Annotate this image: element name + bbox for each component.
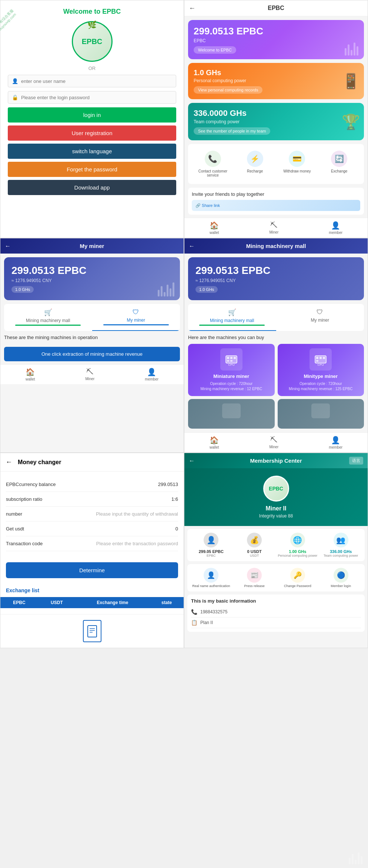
tab-mining-mall[interactable]: 🛒 Mining machinery mall bbox=[4, 304, 92, 331]
membership-screen: ← Membership Center 语言 EPBC Miner II Int… bbox=[184, 453, 368, 648]
wallet2-icon: 🏠 bbox=[26, 368, 35, 376]
subscription-row: subscription ratio 1:6 bbox=[6, 492, 178, 507]
plan-row: 📋 Plan II bbox=[191, 617, 361, 628]
stat-usdt-avatar: 💰 bbox=[247, 533, 262, 547]
miner-back-icon[interactable]: ← bbox=[5, 243, 11, 249]
tab-myminer-mall[interactable]: 🛡 My miner bbox=[276, 304, 364, 331]
team-power: 336.0000 GHs bbox=[194, 108, 358, 118]
change-pw-icon: 🔑 bbox=[290, 568, 305, 583]
miner-nav-member-label: member bbox=[145, 377, 158, 381]
action-contact-label: Contact customer service bbox=[193, 169, 232, 177]
machine-card-1[interactable]: CPU Miniature miner Operation cycle : 72… bbox=[188, 344, 275, 396]
recharge-icon: ⚡ bbox=[247, 151, 263, 167]
action-member-login[interactable]: 🔵 Member login bbox=[321, 568, 361, 588]
action-exchange[interactable]: 🔄 Exchange bbox=[318, 148, 360, 180]
transaction-input[interactable]: Please enter the transaction password bbox=[96, 541, 178, 546]
contact-icon: 📞 bbox=[205, 151, 221, 167]
miner-nav-icon: ⛏ bbox=[270, 221, 278, 229]
username-input[interactable] bbox=[21, 78, 172, 84]
password-input[interactable] bbox=[21, 95, 172, 100]
realname-icon: 👤 bbox=[204, 568, 218, 583]
miner-balance-cny: ≈ 1276.949051 CNY bbox=[11, 278, 173, 283]
action-press[interactable]: 📰 Press release bbox=[234, 568, 275, 588]
machine-grid: CPU Miniature miner Operation cycle : 72… bbox=[184, 344, 368, 429]
action-recharge[interactable]: ⚡ Recharge bbox=[234, 148, 276, 180]
stat-personal-value: 1.00 GHs bbox=[278, 549, 318, 554]
document-icon bbox=[83, 620, 101, 642]
action-change-pw[interactable]: 🔑 Change Password bbox=[278, 568, 318, 588]
table-row bbox=[0, 608, 184, 614]
get-usdt-value: 0 bbox=[175, 526, 178, 532]
balance-label: EPBC bbox=[194, 38, 358, 43]
miner-section-title: These are the mining machines in operati… bbox=[0, 331, 184, 344]
tab-mall-active[interactable]: 🛒 Mining machinery mall bbox=[188, 304, 276, 331]
extract-button[interactable]: One click extraction of mining machine r… bbox=[4, 347, 180, 361]
tab-miner-label: My miner bbox=[127, 318, 145, 323]
member-action-grid: 👤 Real name authentication 📰 Press relea… bbox=[187, 564, 365, 591]
miner-nav-wallet[interactable]: 🏠 wallet bbox=[26, 368, 35, 381]
leaf-icon: 🌿 bbox=[87, 20, 97, 29]
member-profile: EPBC Miner II Integrity value 88 bbox=[184, 468, 368, 526]
forgot-password-button[interactable]: Forget the password bbox=[8, 162, 176, 177]
machine-card-3[interactable] bbox=[188, 399, 275, 429]
mall-nav-miner[interactable]: ⛏ Miner bbox=[269, 436, 278, 449]
epbc-balance-label: EPBCcurrency balance bbox=[6, 482, 56, 487]
miner-header: ← My miner bbox=[0, 238, 184, 254]
my-miner-screen: ← My miner 299.0513 EPBC ≈ 1276.949051 C… bbox=[0, 238, 184, 453]
language-button[interactable]: 语言 bbox=[349, 457, 363, 465]
col-epbc: EPBC bbox=[0, 597, 38, 608]
download-app-button[interactable]: Download app bbox=[8, 180, 176, 195]
money-back-icon[interactable]: ← bbox=[6, 458, 12, 466]
avatar-text: EPBC bbox=[269, 486, 283, 492]
miner-balance-card: 299.0513 EPBC ≈ 1276.949051 CNY 1.0 GHs bbox=[4, 257, 180, 300]
nav-member[interactable]: 👤 member bbox=[329, 221, 342, 235]
stat-usdt-label: USDT bbox=[234, 554, 275, 557]
tab-my-miner[interactable]: 🛡 My miner bbox=[92, 304, 180, 331]
action-member-login-label: Member login bbox=[331, 584, 351, 588]
svg-rect-2 bbox=[230, 357, 232, 359]
stat-personal-avatar: 🌐 bbox=[290, 533, 305, 547]
mall-section-title: Here are the machines you can buy bbox=[184, 331, 368, 344]
switch-language-button[interactable]: switch language bbox=[8, 144, 176, 159]
miner2-nav-icon: ⛏ bbox=[86, 368, 94, 376]
mall-tabs: 🛒 Mining machinery mall 🛡 My miner bbox=[188, 304, 364, 331]
money-changer-screen: ← Money changer EPBCcurrency balance 299… bbox=[0, 453, 184, 648]
mall-back-icon[interactable]: ← bbox=[189, 243, 195, 249]
machine-card-2[interactable]: CPU Minitype miner Operation cycle : 720… bbox=[278, 344, 364, 396]
mall-nav-wallet[interactable]: 🏠 wallet bbox=[210, 436, 219, 449]
computing-btn[interactable]: View personal computing records bbox=[194, 86, 262, 94]
username-field[interactable]: 👤 bbox=[8, 75, 176, 87]
password-field[interactable]: 🔒 bbox=[8, 91, 176, 104]
number-input[interactable]: Please input the quantity of withdrawal bbox=[96, 511, 178, 517]
determine-button[interactable]: Determine bbox=[6, 562, 178, 578]
miner-nav-miner[interactable]: ⛏ Miner bbox=[85, 368, 94, 381]
action-withdraw[interactable]: 💳 Withdraw money bbox=[276, 148, 318, 180]
login-button[interactable]: login in bbox=[8, 107, 176, 123]
back-arrow-icon[interactable]: ← bbox=[189, 4, 195, 12]
subscription-value: 1:6 bbox=[171, 496, 178, 502]
transaction-label: Transaction code bbox=[6, 541, 43, 546]
epbc-balance-value: 299.0513 bbox=[158, 482, 178, 487]
number-row: number Please input the quantity of with… bbox=[6, 507, 178, 522]
miner-nav-member[interactable]: 👤 member bbox=[145, 368, 158, 381]
invite-link[interactable]: 🔗 Share link bbox=[195, 203, 220, 208]
machine-img-3 bbox=[222, 403, 241, 418]
team-btn[interactable]: See the number of people in my team bbox=[194, 127, 270, 135]
miner-tab-icon: 🛡 bbox=[133, 308, 139, 316]
mall-nav-member[interactable]: 👤 member bbox=[329, 436, 342, 449]
action-realname[interactable]: 👤 Real name authentication bbox=[191, 568, 231, 588]
nav-miner[interactable]: ⛏ Miner bbox=[269, 221, 278, 235]
tab-mall-label: Mining machinery mall bbox=[26, 318, 70, 323]
invite-section: Invite your friends to play together 🔗 S… bbox=[188, 188, 364, 215]
svg-rect-8 bbox=[316, 357, 318, 359]
stat-team-avatar: 👥 bbox=[334, 533, 348, 547]
nav-wallet[interactable]: 🏠 wallet bbox=[210, 221, 219, 235]
register-button[interactable]: User registration bbox=[8, 125, 176, 141]
machine-card-4[interactable] bbox=[278, 399, 364, 429]
action-contact[interactable]: 📞 Contact customer service bbox=[192, 148, 234, 180]
login-title: Welcome to EPBC bbox=[8, 8, 176, 16]
mall-nav-miner-label: Miner bbox=[269, 445, 278, 449]
member-back-icon[interactable]: ← bbox=[189, 458, 195, 464]
stat-team-power: 👥 336.00 GHs Team computing power bbox=[321, 533, 361, 557]
welcome-btn[interactable]: Welcome to EPBC bbox=[194, 46, 236, 54]
